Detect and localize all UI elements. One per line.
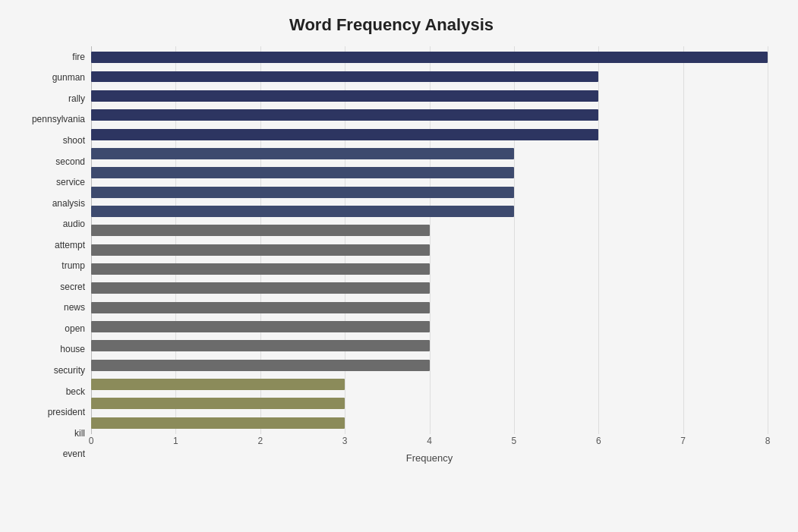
x-tick: 3 bbox=[342, 436, 348, 446]
bar-row bbox=[91, 67, 768, 86]
bar-row bbox=[91, 163, 768, 182]
bar-row bbox=[91, 260, 768, 279]
x-axis: 012345678 Frequency bbox=[91, 434, 768, 464]
y-label: audio bbox=[63, 219, 85, 228]
y-label: president bbox=[48, 408, 85, 417]
bar bbox=[91, 398, 345, 409]
y-label: event bbox=[63, 449, 85, 458]
y-label: analysis bbox=[52, 199, 85, 208]
bar-row bbox=[91, 48, 768, 67]
y-label: rally bbox=[68, 94, 85, 103]
y-label: security bbox=[54, 366, 85, 375]
bar bbox=[91, 167, 514, 178]
x-tick: 6 bbox=[596, 436, 601, 446]
y-axis-labels: firegunmanrallypennsylvaniashootsecondse… bbox=[15, 46, 91, 464]
y-label: news bbox=[64, 303, 85, 312]
x-tick: 4 bbox=[427, 436, 432, 446]
bar-row bbox=[91, 87, 768, 105]
x-axis-label: Frequency bbox=[91, 452, 768, 464]
y-label: beck bbox=[66, 387, 85, 396]
y-label: second bbox=[55, 157, 85, 166]
bar-row bbox=[91, 182, 768, 201]
x-tick: 7 bbox=[680, 436, 686, 446]
bar-row bbox=[91, 144, 768, 163]
bar bbox=[91, 302, 430, 313]
grid-line bbox=[768, 46, 768, 434]
bar bbox=[91, 263, 430, 275]
y-label: attempt bbox=[55, 241, 85, 250]
bar-row bbox=[91, 356, 768, 375]
bar bbox=[91, 417, 345, 429]
y-label: trump bbox=[62, 261, 85, 270]
bar bbox=[91, 321, 430, 332]
bar bbox=[91, 379, 345, 390]
bar bbox=[91, 148, 514, 159]
bar-row bbox=[91, 202, 768, 221]
x-ticks: 012345678 bbox=[91, 434, 768, 449]
bar bbox=[91, 71, 598, 83]
bar bbox=[91, 109, 598, 121]
bar-row bbox=[91, 279, 768, 297]
x-tick: 8 bbox=[765, 436, 771, 446]
y-label: secret bbox=[60, 282, 85, 291]
y-label: shoot bbox=[63, 136, 85, 145]
bar-row bbox=[91, 375, 768, 394]
bar bbox=[91, 340, 430, 351]
bar-row bbox=[91, 336, 768, 355]
bars-section bbox=[91, 46, 768, 434]
bar-row bbox=[91, 124, 768, 143]
x-tick: 1 bbox=[173, 436, 178, 446]
bar bbox=[91, 187, 514, 198]
bar bbox=[91, 52, 768, 63]
y-label: house bbox=[60, 345, 85, 354]
bar bbox=[91, 282, 430, 294]
x-tick: 0 bbox=[89, 436, 94, 446]
bar bbox=[91, 244, 430, 256]
bar-row bbox=[91, 297, 768, 316]
x-tick: 5 bbox=[512, 436, 517, 446]
chart-area: firegunmanrallypennsylvaniashootsecondse… bbox=[15, 46, 768, 464]
y-label: fire bbox=[72, 52, 85, 61]
y-label: gunman bbox=[52, 73, 85, 82]
y-label: pennsylvania bbox=[32, 115, 85, 124]
bar-row bbox=[91, 105, 768, 124]
bar bbox=[91, 360, 430, 371]
bar bbox=[91, 206, 514, 217]
bars-list bbox=[91, 46, 768, 434]
bars-and-x-container: 012345678 Frequency bbox=[91, 46, 768, 464]
bar-row bbox=[91, 317, 768, 336]
chart-container: Word Frequency Analysis firegunmanrallyp… bbox=[0, 0, 798, 532]
chart-title: Word Frequency Analysis bbox=[15, 15, 768, 35]
bar-row bbox=[91, 221, 768, 240]
x-tick: 2 bbox=[257, 436, 263, 446]
bar bbox=[91, 90, 598, 102]
bar bbox=[91, 129, 598, 140]
y-label: open bbox=[65, 324, 85, 333]
y-label: kill bbox=[74, 429, 85, 438]
bar bbox=[91, 225, 430, 236]
bar-row bbox=[91, 414, 768, 433]
y-label: service bbox=[56, 178, 85, 187]
bar-row bbox=[91, 394, 768, 413]
bar-row bbox=[91, 240, 768, 259]
